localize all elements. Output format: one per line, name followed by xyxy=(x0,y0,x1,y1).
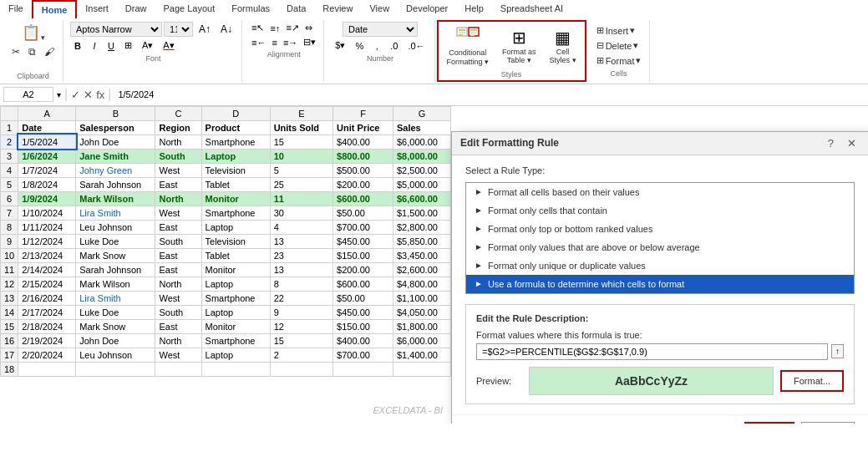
cell-e15[interactable]: 12 xyxy=(270,319,332,333)
currency-button[interactable]: $▾ xyxy=(331,38,349,53)
cell-a2[interactable]: 1/5/2024 xyxy=(18,135,76,149)
formula-collapse-button[interactable]: ↑ xyxy=(831,344,844,358)
cell-a3[interactable]: 1/6/2024 xyxy=(18,149,76,163)
rule-type-item-1[interactable]: ► Format only cells that contain xyxy=(466,201,854,220)
underline-button[interactable]: U xyxy=(104,39,119,53)
cell-a15[interactable]: 2/18/2024 xyxy=(18,319,76,333)
header-units-sold[interactable]: Units Sold xyxy=(270,120,332,135)
row-header-15[interactable]: 15 xyxy=(1,319,18,333)
cell-d8[interactable]: Laptop xyxy=(201,220,270,234)
col-header-g[interactable]: G xyxy=(393,106,450,120)
cell-e5[interactable]: 25 xyxy=(270,177,332,191)
cell-f14[interactable]: $450.00 xyxy=(333,305,393,319)
row-header-13[interactable]: 13 xyxy=(1,291,18,305)
cell-e16[interactable]: 15 xyxy=(270,333,332,348)
cell-a14[interactable]: 2/17/2024 xyxy=(18,305,76,319)
cell-d12[interactable]: Laptop xyxy=(201,277,270,291)
tab-file[interactable]: File xyxy=(0,0,32,18)
cell-g7[interactable]: $1,500.00 xyxy=(393,206,450,220)
cell-c17[interactable]: West xyxy=(155,348,201,362)
cell-b17[interactable]: Leu Johnson xyxy=(76,348,155,362)
row-header-10[interactable]: 10 xyxy=(1,248,18,262)
cell-e2[interactable]: 15 xyxy=(270,135,332,149)
cell-f10[interactable]: $150.00 xyxy=(333,248,393,262)
tab-spreadsheet-ai[interactable]: Spreadsheet AI xyxy=(492,0,571,18)
cell-a13[interactable]: 2/16/2024 xyxy=(18,291,76,305)
cell-b13[interactable]: Lira Smith xyxy=(76,291,155,305)
cell-g9[interactable]: $5,850.00 xyxy=(393,234,450,248)
cell-c5[interactable]: East xyxy=(155,177,201,191)
tab-data[interactable]: Data xyxy=(278,0,314,18)
align-top-center-button[interactable]: ≡↑ xyxy=(267,22,282,34)
cell-e18[interactable] xyxy=(270,362,332,376)
rule-type-item-0[interactable]: ► Format all cells based on their values xyxy=(466,183,854,201)
font-size-select[interactable]: 11 xyxy=(164,22,193,37)
delete-button[interactable]: ⊟ Delete ▾ xyxy=(593,38,645,53)
formula-function-icon[interactable]: fx xyxy=(96,89,104,101)
dialog-close-button[interactable]: ✕ xyxy=(844,137,860,150)
cell-e8[interactable]: 4 xyxy=(270,220,332,234)
cell-d17[interactable]: Laptop xyxy=(201,348,270,362)
copy-button[interactable]: ⧉ xyxy=(25,44,39,59)
cell-d3[interactable]: Laptop xyxy=(201,149,270,163)
cell-g14[interactable]: $4,050.00 xyxy=(393,305,450,319)
row-header-16[interactable]: 16 xyxy=(1,333,18,348)
cell-f6[interactable]: $600.00 xyxy=(333,191,393,206)
cell-d13[interactable]: Smartphone xyxy=(201,291,270,305)
comma-button[interactable]: , xyxy=(369,38,384,53)
row-header-14[interactable]: 14 xyxy=(1,305,18,319)
cell-d5[interactable]: Tablet xyxy=(201,177,270,191)
cell-b15[interactable]: Mark Snow xyxy=(76,319,155,333)
tab-insert[interactable]: Insert xyxy=(77,0,117,18)
cell-f11[interactable]: $200.00 xyxy=(333,262,393,277)
number-format-select[interactable]: Date xyxy=(343,22,418,37)
rule-type-item-2[interactable]: ► Format only top or bottom ranked value… xyxy=(466,220,854,238)
cell-e12[interactable]: 8 xyxy=(270,277,332,291)
cell-c10[interactable]: East xyxy=(155,248,201,262)
cell-c9[interactable]: South xyxy=(155,234,201,248)
cell-g5[interactable]: $5,000.00 xyxy=(393,177,450,191)
border-button[interactable]: ⊞ xyxy=(120,38,136,53)
cell-g13[interactable]: $1,100.00 xyxy=(393,291,450,305)
cell-g10[interactable]: $3,450.00 xyxy=(393,248,450,262)
cell-f12[interactable]: $600.00 xyxy=(333,277,393,291)
paste-button[interactable]: 📋 ▾ xyxy=(18,22,48,43)
cell-b4[interactable]: Johny Green xyxy=(76,163,155,177)
align-top-right-button[interactable]: ≡↗ xyxy=(283,22,301,34)
cell-f2[interactable]: $400.00 xyxy=(333,135,393,149)
cell-b11[interactable]: Sarah Johnson xyxy=(76,262,155,277)
insert-button[interactable]: ⊞ Insert ▾ xyxy=(593,23,645,38)
formula-rule-input[interactable] xyxy=(476,343,828,360)
cell-b2[interactable]: John Doe xyxy=(76,135,155,149)
cell-a12[interactable]: 2/15/2024 xyxy=(18,277,76,291)
cell-b18[interactable] xyxy=(76,362,155,376)
rule-type-item-5[interactable]: ► Use a formula to determine which cells… xyxy=(466,275,854,293)
cell-e6[interactable]: 11 xyxy=(270,191,332,206)
tab-home[interactable]: Home xyxy=(32,0,78,18)
row-header-11[interactable]: 11 xyxy=(1,262,18,277)
cell-e7[interactable]: 30 xyxy=(270,206,332,220)
cell-d16[interactable]: Smartphone xyxy=(201,333,270,348)
cell-g18[interactable] xyxy=(393,362,450,376)
cell-g4[interactable]: $2,500.00 xyxy=(393,163,450,177)
cell-e13[interactable]: 22 xyxy=(270,291,332,305)
cell-g11[interactable]: $2,600.00 xyxy=(393,262,450,277)
cell-c6[interactable]: North xyxy=(155,191,201,206)
row-header-8[interactable]: 8 xyxy=(1,220,18,234)
cell-reference-input[interactable] xyxy=(3,87,53,102)
decrease-font-button[interactable]: A↓ xyxy=(216,22,236,37)
cell-c11[interactable]: East xyxy=(155,262,201,277)
cell-a5[interactable]: 1/8/2024 xyxy=(18,177,76,191)
cell-a7[interactable]: 1/10/2024 xyxy=(18,206,76,220)
cell-a17[interactable]: 2/20/2024 xyxy=(18,348,76,362)
col-header-e[interactable]: E xyxy=(270,106,332,120)
formula-checkmark-icon[interactable]: ✓ xyxy=(71,89,80,101)
col-header-d[interactable]: D xyxy=(201,106,270,120)
cell-c8[interactable]: East xyxy=(155,220,201,234)
cell-b14[interactable]: Luke Doe xyxy=(76,305,155,319)
cell-c4[interactable]: West xyxy=(155,163,201,177)
dialog-help-button[interactable]: ? xyxy=(825,137,837,150)
cell-f13[interactable]: $50.00 xyxy=(333,291,393,305)
col-header-c[interactable]: C xyxy=(155,106,201,120)
tab-draw[interactable]: Draw xyxy=(117,0,155,18)
